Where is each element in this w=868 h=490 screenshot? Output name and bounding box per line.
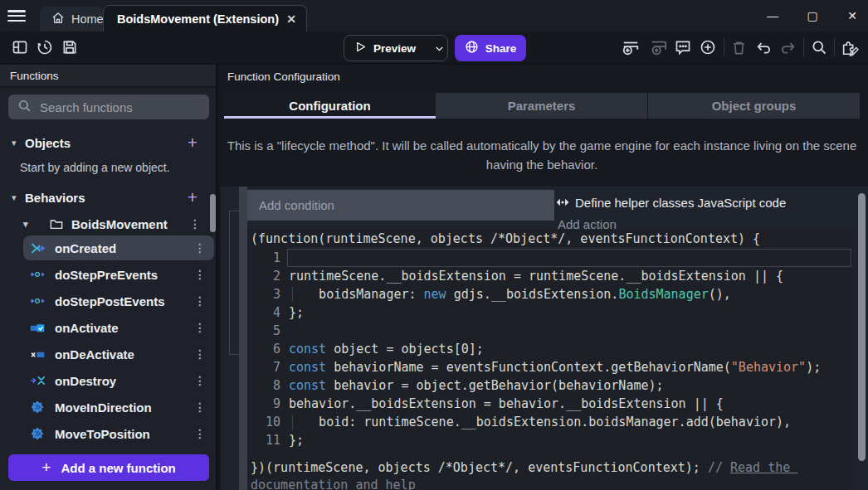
sidebar-item-oncreated[interactable]: onCreated ⋮ bbox=[23, 235, 214, 260]
search-placeholder: Search functions bbox=[40, 100, 133, 114]
kebab-menu-icon[interactable]: ⋮ bbox=[194, 374, 206, 387]
maximize-button[interactable]: ▢ bbox=[803, 9, 822, 22]
function-configuration-title: Function Configuration bbox=[227, 70, 340, 83]
save-icon[interactable] bbox=[60, 37, 80, 57]
edit-extension-icon[interactable] bbox=[840, 37, 860, 57]
events-scrollbar[interactable] bbox=[858, 193, 866, 461]
dosteppostevents-lifecycle-icon bbox=[30, 294, 45, 308]
line-number: 7 bbox=[247, 358, 280, 376]
sidebar-item-onactivate[interactable]: onActivate ⋮ bbox=[23, 315, 214, 340]
add-condition-label: Add condition bbox=[259, 198, 334, 212]
minimize-button[interactable]: — bbox=[763, 9, 782, 22]
search-icon bbox=[17, 99, 32, 116]
function-configuration-header: Function Configuration bbox=[224, 65, 868, 88]
kebab-menu-icon[interactable]: ⋮ bbox=[194, 400, 206, 414]
preview-dropdown-icon[interactable] bbox=[426, 36, 453, 61]
line-number: 3 bbox=[247, 285, 280, 303]
main-menu-icon[interactable] bbox=[7, 7, 27, 24]
kebab-menu-icon[interactable]: ⋮ bbox=[194, 294, 206, 308]
behavior-group-boidsmovement[interactable]: ▾ BoidsMovement ⋮ bbox=[0, 212, 216, 235]
behavior-group-label: BoidsMovement bbox=[71, 217, 168, 231]
line-number: 11 bbox=[247, 431, 280, 449]
add-object-button[interactable]: + bbox=[188, 133, 197, 153]
code-text: }; bbox=[280, 431, 853, 449]
code-line[interactable]: 10 boid: runtimeScene.__boidsExtension.b… bbox=[247, 413, 853, 431]
functions-panel: Functions Search functions ▾ Objects + S… bbox=[0, 65, 218, 490]
js-event-title[interactable]: Define helper classes JavaScript code bbox=[556, 192, 786, 213]
delete-icon[interactable] bbox=[729, 37, 749, 57]
redo-icon[interactable] bbox=[778, 37, 798, 57]
js-code-editor[interactable]: (function(runtimeScene, objects /*Object… bbox=[247, 230, 853, 490]
js-event-title-label: Define helper classes JavaScript code bbox=[575, 196, 786, 210]
kebab-menu-icon[interactable]: ⋮ bbox=[194, 268, 206, 281]
events-sheet: Add condition Define helper classes Java… bbox=[221, 187, 868, 490]
line-number: 9 bbox=[247, 395, 280, 413]
close-window-button[interactable]: ✕ bbox=[843, 9, 861, 22]
add-subevent-icon[interactable] bbox=[648, 37, 668, 57]
objects-empty-text: Start by adding a new object. bbox=[20, 161, 170, 174]
search-functions-input[interactable]: Search functions bbox=[8, 95, 209, 119]
panels-layout-icon[interactable] bbox=[10, 37, 30, 57]
close-tab-icon[interactable]: ✕ bbox=[286, 12, 296, 26]
tab-parameters[interactable]: Parameters bbox=[436, 93, 647, 119]
tab-configuration[interactable]: Configuration bbox=[224, 93, 436, 119]
history-icon[interactable] bbox=[35, 37, 55, 57]
tab-boidsmovement-extension[interactable]: BoidsMovement (Extension) ✕ bbox=[103, 5, 307, 32]
sidebar-item-moveindirection[interactable]: MoveInDirection ⋮ bbox=[23, 395, 214, 420]
sidebar-item-movetoposition[interactable]: MoveToPosition ⋮ bbox=[23, 421, 214, 446]
objects-section-title: Objects bbox=[25, 136, 71, 150]
code-line[interactable]: 8const behavior = object.getBehavior(beh… bbox=[247, 376, 853, 395]
undo-icon[interactable] bbox=[753, 37, 773, 57]
code-line[interactable]: 4}; bbox=[247, 303, 853, 322]
lifecycle-description: This is a "lifecycle method". It will be… bbox=[224, 136, 860, 174]
code-line[interactable]: 6const object = objects[0]; bbox=[247, 340, 853, 358]
tab-object-groups[interactable]: Object groups bbox=[647, 93, 860, 119]
globe-icon bbox=[465, 40, 479, 56]
tab-home-label: Home bbox=[71, 12, 104, 26]
code-line[interactable]: 5 bbox=[247, 322, 853, 340]
event-drag-handle[interactable] bbox=[239, 187, 247, 490]
preview-button[interactable]: Preview bbox=[344, 35, 448, 61]
behaviors-section-header[interactable]: ▾ Behaviors + bbox=[0, 186, 216, 209]
sidebar-item-dosteppostevents[interactable]: doStepPostEvents ⋮ bbox=[23, 289, 214, 313]
kebab-menu-icon[interactable]: ⋮ bbox=[189, 217, 201, 230]
folder-icon bbox=[50, 218, 63, 230]
add-condition-button[interactable]: Add condition bbox=[247, 190, 554, 221]
kebab-menu-icon[interactable]: ⋮ bbox=[194, 241, 206, 255]
add-other-icon[interactable] bbox=[698, 37, 718, 57]
share-button[interactable]: Share bbox=[455, 35, 526, 61]
line-number: 8 bbox=[247, 376, 280, 395]
line-number: 10 bbox=[247, 413, 280, 431]
code-line[interactable]: 11}; bbox=[247, 431, 853, 449]
functions-panel-header: Functions bbox=[0, 65, 216, 88]
code-line[interactable]: 1 bbox=[247, 249, 853, 267]
sidebar-item-dosteppreevents[interactable]: doStepPreEvents ⋮ bbox=[23, 262, 214, 287]
code-line[interactable]: 9behavior.__boidsExtension = behavior.__… bbox=[247, 395, 853, 413]
add-behavior-button[interactable]: + bbox=[188, 187, 197, 207]
add-new-function-button[interactable]: + Add a new function bbox=[8, 454, 209, 481]
chevron-down-icon[interactable]: ▾ bbox=[12, 192, 23, 203]
line-number: 5 bbox=[247, 322, 280, 340]
chevron-down-icon[interactable]: ▾ bbox=[12, 138, 23, 148]
dosteppreevents-lifecycle-icon bbox=[30, 268, 45, 281]
objects-section-header[interactable]: ▾ Objects + bbox=[0, 131, 216, 154]
line-number: 1 bbox=[247, 249, 280, 267]
sidebar-item-ondestroy[interactable]: onDestroy ⋮ bbox=[23, 368, 214, 393]
comment-icon[interactable] bbox=[673, 37, 693, 57]
sidebar-item-ondeactivate[interactable]: onDeActivate ⋮ bbox=[23, 342, 214, 366]
sidebar-item-label: doStepPostEvents bbox=[55, 294, 165, 308]
sidebar-scrollbar[interactable] bbox=[210, 194, 216, 232]
kebab-menu-icon[interactable]: ⋮ bbox=[194, 321, 206, 334]
oncreated-lifecycle-icon bbox=[30, 241, 45, 255]
code-text bbox=[280, 249, 853, 267]
code-line[interactable]: 2runtimeScene.__boidsExtension = runtime… bbox=[247, 267, 853, 285]
search-events-icon[interactable] bbox=[809, 37, 829, 57]
event-bracket bbox=[229, 211, 239, 355]
kebab-menu-icon[interactable]: ⋮ bbox=[194, 347, 206, 361]
kebab-menu-icon[interactable]: ⋮ bbox=[194, 427, 206, 440]
chevron-down-icon[interactable]: ▾ bbox=[23, 219, 35, 230]
code-line[interactable]: 7const behaviorName = eventsFunctionCont… bbox=[247, 358, 853, 376]
code-line[interactable]: 3 boidsManager: new gdjs.__boidsExtensio… bbox=[247, 285, 853, 303]
tab-home[interactable]: Home bbox=[40, 7, 103, 32]
add-event-icon[interactable] bbox=[621, 37, 641, 57]
